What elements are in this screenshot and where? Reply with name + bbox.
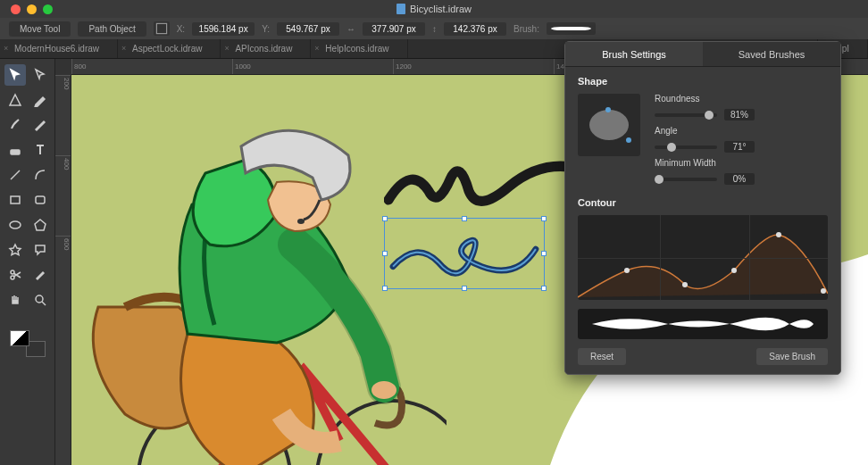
roundrect-tool[interactable] xyxy=(29,189,51,211)
stroke-color-swatch[interactable] xyxy=(10,330,29,346)
rect-tool[interactable] xyxy=(4,189,26,211)
angle-value[interactable]: 71° xyxy=(724,141,755,153)
direct-select-tool[interactable] xyxy=(29,64,51,86)
width-field[interactable]: 377.907 px xyxy=(363,22,425,36)
shape-header: Shape xyxy=(578,76,828,87)
svg-point-10 xyxy=(371,381,396,399)
document-tab[interactable]: ×AspectLock.idraw xyxy=(118,39,221,58)
color-swatches[interactable] xyxy=(10,330,46,357)
reset-button[interactable]: Reset xyxy=(578,348,626,365)
close-tab-icon[interactable]: × xyxy=(224,44,229,53)
min-width-slider[interactable] xyxy=(655,178,717,181)
close-tab-icon[interactable]: × xyxy=(314,44,319,53)
titlebar: Bicyclist.idraw xyxy=(0,0,868,18)
align-button[interactable] xyxy=(154,21,170,36)
shape-control-point[interactable] xyxy=(605,107,611,112)
brush-shape-editor[interactable] xyxy=(578,94,640,156)
close-tab-icon[interactable]: × xyxy=(4,44,8,53)
resize-handle[interactable] xyxy=(541,216,547,221)
brush-preview-dropdown[interactable] xyxy=(547,22,596,35)
vertical-ruler[interactable]: 200400600 xyxy=(55,75,71,465)
resize-handle[interactable] xyxy=(382,251,388,256)
maximize-window-icon[interactable] xyxy=(43,4,53,14)
text-tool[interactable] xyxy=(29,139,51,161)
object-type-label: Path Object xyxy=(78,21,146,37)
hand-tool[interactable] xyxy=(4,289,26,311)
close-tab-icon[interactable]: × xyxy=(121,44,126,53)
line-tool[interactable] xyxy=(4,164,26,186)
document-tab[interactable]: ×HelpIcons.idraw xyxy=(311,39,407,58)
brush-stroke-blue-selected[interactable] xyxy=(385,219,544,288)
roundness-label: Roundness xyxy=(655,94,828,104)
x-field[interactable]: 1596.184 px xyxy=(192,22,255,36)
y-label: Y: xyxy=(262,24,270,34)
tab-saved-brushes[interactable]: Saved Brushes xyxy=(703,42,840,66)
tool-palette xyxy=(0,59,55,465)
svg-rect-1 xyxy=(11,150,20,154)
min-width-label: Minimum Width xyxy=(655,158,828,168)
y-field[interactable]: 549.767 px xyxy=(277,22,339,36)
svg-point-7 xyxy=(36,295,43,303)
star-tool[interactable] xyxy=(4,239,26,261)
roundness-slider[interactable] xyxy=(655,113,717,117)
ellipse-tool[interactable] xyxy=(4,214,26,236)
eraser-tool[interactable] xyxy=(4,139,26,161)
scissors-tool[interactable] xyxy=(4,264,26,286)
resize-handle[interactable] xyxy=(462,216,467,221)
angle-slider[interactable] xyxy=(655,145,717,149)
min-width-value[interactable]: 0% xyxy=(724,173,755,185)
brush-label: Brush: xyxy=(513,24,539,34)
svg-point-11 xyxy=(297,219,305,224)
panel-tabs: Brush Settings Saved Brushes xyxy=(565,42,840,67)
speech-bubble-tool[interactable] xyxy=(29,239,51,261)
save-brush-button[interactable]: Save Brush xyxy=(756,348,828,365)
selection-box[interactable] xyxy=(384,218,545,289)
brush-settings-panel[interactable]: Brush Settings Saved Brushes Shape Round… xyxy=(564,41,841,375)
resize-handle[interactable] xyxy=(382,216,388,221)
shape-control-point[interactable] xyxy=(626,137,631,143)
window-traffic-lights xyxy=(11,4,53,14)
window-title: Bicyclist.idraw xyxy=(396,4,472,14)
svg-rect-3 xyxy=(36,196,45,203)
pen-tool[interactable] xyxy=(29,89,51,111)
minimize-window-icon[interactable] xyxy=(27,4,37,14)
close-window-icon[interactable] xyxy=(11,4,21,14)
svg-rect-2 xyxy=(11,196,20,203)
node-tool[interactable] xyxy=(4,89,26,111)
document-tab[interactable]: ×ModernHouse6.idraw xyxy=(0,39,118,58)
contour-preview xyxy=(578,309,828,339)
pencil-tool[interactable] xyxy=(29,114,51,136)
zoom-tool[interactable] xyxy=(29,289,51,311)
w-label: ↔ xyxy=(346,24,355,34)
curve-tool[interactable] xyxy=(29,164,51,186)
brush-tool[interactable] xyxy=(4,114,26,136)
angle-label: Angle xyxy=(655,126,828,136)
options-bar: Move Tool Path Object X: 1596.184 px Y: … xyxy=(0,18,868,39)
tab-brush-settings[interactable]: Brush Settings xyxy=(565,42,703,66)
h-label: ↕ xyxy=(432,24,437,34)
window-title-text: Bicyclist.idraw xyxy=(410,4,472,14)
contour-header: Contour xyxy=(578,197,828,208)
resize-handle[interactable] xyxy=(462,286,467,291)
svg-point-4 xyxy=(10,221,21,228)
height-field[interactable]: 142.376 px xyxy=(444,22,506,36)
resize-handle[interactable] xyxy=(382,286,388,291)
roundness-value[interactable]: 81% xyxy=(724,109,755,120)
contour-curve-editor[interactable] xyxy=(578,215,828,300)
svg-rect-0 xyxy=(156,23,166,33)
document-icon xyxy=(396,4,405,14)
move-tool[interactable] xyxy=(4,64,26,86)
resize-handle[interactable] xyxy=(541,286,547,291)
x-label: X: xyxy=(177,24,185,34)
ruler-origin[interactable] xyxy=(55,59,71,75)
tool-name-label: Move Tool xyxy=(9,21,71,37)
polygon-tool[interactable] xyxy=(29,214,51,236)
document-tab[interactable]: ×APIcons.idraw xyxy=(221,39,311,58)
eyedropper-tool[interactable] xyxy=(29,264,51,286)
resize-handle[interactable] xyxy=(541,251,547,256)
